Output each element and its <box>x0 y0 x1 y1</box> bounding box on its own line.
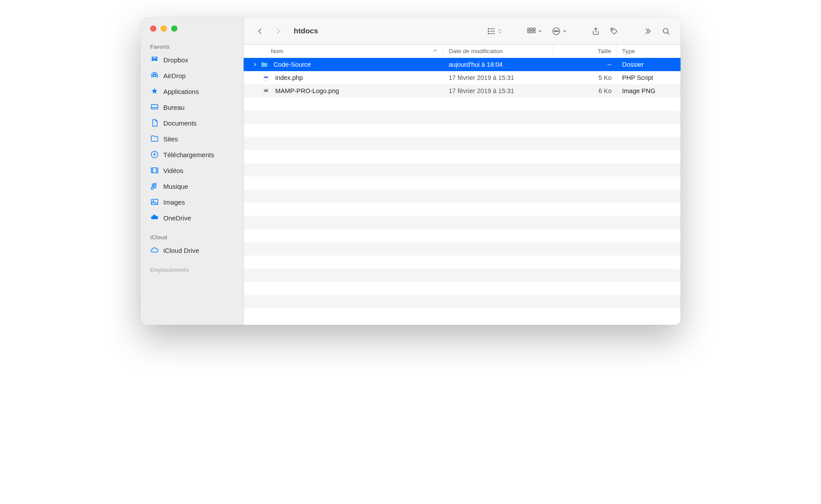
column-size-label: Taille <box>598 48 611 54</box>
sidebar-item-label: Dropbox <box>163 56 188 64</box>
php-file-icon <box>262 74 270 82</box>
zoom-window-button[interactable] <box>171 25 177 32</box>
svg-point-0 <box>154 75 156 77</box>
sort-ascending-icon <box>432 48 438 54</box>
column-header-date[interactable]: Date de modification <box>443 45 553 58</box>
svg-rect-4 <box>151 168 158 173</box>
file-row-index-php[interactable]: index.php 17 février 2019 à 15:31 5 Ko P… <box>244 71 681 84</box>
sidebar-item-label: Applications <box>163 88 199 95</box>
column-name-label: Nom <box>271 48 284 54</box>
svg-rect-33 <box>264 76 268 78</box>
tags-button[interactable] <box>607 25 622 38</box>
sidebar-item-documents[interactable]: Documents <box>140 115 243 131</box>
icloud-icon <box>150 246 159 255</box>
svg-rect-23 <box>530 31 533 33</box>
main-pane: htdocs <box>244 18 681 325</box>
sidebar-section-emplacements: Emplacements <box>140 264 243 275</box>
sidebar-item-label: Bureau <box>163 104 184 111</box>
empty-row <box>244 111 681 124</box>
empty-row <box>244 242 681 256</box>
file-name: index.php <box>275 74 303 81</box>
sidebar-item-airdrop[interactable]: AirDrop <box>140 68 243 83</box>
empty-row <box>244 269 681 282</box>
finder-window: Favoris Dropbox AirDrop Applications Bur… <box>140 18 681 325</box>
window-controls <box>140 25 243 41</box>
column-header-name[interactable]: Nom <box>244 45 443 58</box>
empty-row <box>244 282 681 295</box>
sidebar-item-musique[interactable]: Musique <box>140 178 243 194</box>
sidebar-item-sites[interactable]: Sites <box>140 131 243 147</box>
sidebar-item-label: Sites <box>163 135 178 143</box>
sidebar-item-label: iCloud Drive <box>163 247 199 254</box>
svg-rect-35 <box>264 90 268 92</box>
movies-icon <box>150 166 159 175</box>
sidebar-item-bureau[interactable]: Bureau <box>140 99 243 115</box>
png-file-icon <box>262 87 270 95</box>
sidebar-item-label: OneDrive <box>163 214 191 222</box>
sidebar-item-applications[interactable]: Applications <box>140 83 243 99</box>
empty-row <box>244 97 681 111</box>
empty-row <box>244 203 681 216</box>
view-mode-button[interactable] <box>484 26 505 36</box>
music-icon <box>150 182 159 191</box>
file-row-mamp-logo[interactable]: MAMP-PRO-Logo.png 17 février 2019 à 15:3… <box>244 84 681 97</box>
svg-point-27 <box>556 30 557 31</box>
dropbox-icon <box>150 55 159 64</box>
sidebar-section-favoris: Favoris <box>140 41 243 52</box>
svg-point-17 <box>488 31 489 32</box>
svg-rect-24 <box>533 31 536 33</box>
sidebar-item-images[interactable]: Images <box>140 194 243 210</box>
action-menu-button[interactable] <box>549 26 570 36</box>
sidebar-item-label: AirDrop <box>163 72 186 79</box>
search-button[interactable] <box>659 25 673 38</box>
empty-row <box>244 163 681 176</box>
overflow-button[interactable] <box>640 25 655 38</box>
sidebar-item-videos[interactable]: Vidéos <box>140 162 243 178</box>
file-list[interactable]: Code-Source aujourd'hui à 18:04 -- Dossi… <box>244 58 681 325</box>
sidebar-item-dropbox[interactable]: Dropbox <box>140 52 243 68</box>
toolbar: htdocs <box>244 18 681 45</box>
desktop-icon <box>150 103 159 112</box>
svg-point-16 <box>488 28 489 29</box>
folder-icon <box>260 61 268 68</box>
share-button[interactable] <box>588 25 603 38</box>
file-size: 5 Ko <box>553 71 617 84</box>
group-by-button[interactable] <box>523 26 545 36</box>
airdrop-icon <box>150 71 159 80</box>
file-size: 6 Ko <box>553 84 617 97</box>
sidebar-item-label: Téléchargements <box>163 151 214 158</box>
applications-icon <box>150 87 159 96</box>
empty-row <box>244 229 681 242</box>
file-date: 17 février 2019 à 15:31 <box>443 84 553 97</box>
window-title: htdocs <box>289 27 323 36</box>
folder-icon <box>150 134 159 143</box>
file-type: Image PNG <box>617 84 681 97</box>
column-header-size[interactable]: Taille <box>553 45 617 58</box>
onedrive-icon <box>150 213 159 222</box>
sidebar-item-label: Vidéos <box>163 167 184 174</box>
empty-row <box>244 190 681 203</box>
sidebar-section-icloud: iCloud <box>140 232 243 242</box>
sidebar-item-icloud-drive[interactable]: iCloud Drive <box>140 242 243 258</box>
svg-point-29 <box>612 29 613 30</box>
downloads-icon <box>150 150 159 159</box>
file-name: Code-Source <box>274 61 311 68</box>
sidebar-item-label: Musique <box>163 183 188 190</box>
close-window-button[interactable] <box>150 25 156 32</box>
empty-row <box>244 216 681 229</box>
forward-button[interactable] <box>271 25 286 38</box>
minimize-window-button[interactable] <box>161 25 167 32</box>
file-row-code-source[interactable]: Code-Source aujourd'hui à 18:04 -- Dossi… <box>244 58 681 71</box>
empty-row <box>244 137 681 150</box>
sidebar-item-telechargements[interactable]: Téléchargements <box>140 147 243 162</box>
disclosure-triangle-icon[interactable] <box>252 62 258 67</box>
sidebar: Favoris Dropbox AirDrop Applications Bur… <box>140 18 244 325</box>
sidebar-item-onedrive[interactable]: OneDrive <box>140 210 243 226</box>
file-date: 17 février 2019 à 15:31 <box>443 71 553 84</box>
documents-icon <box>150 119 159 127</box>
empty-row <box>244 124 681 137</box>
file-type: Dossier <box>617 58 681 71</box>
back-button[interactable] <box>252 25 267 38</box>
svg-line-31 <box>667 32 669 34</box>
column-header-type[interactable]: Type <box>617 45 681 58</box>
